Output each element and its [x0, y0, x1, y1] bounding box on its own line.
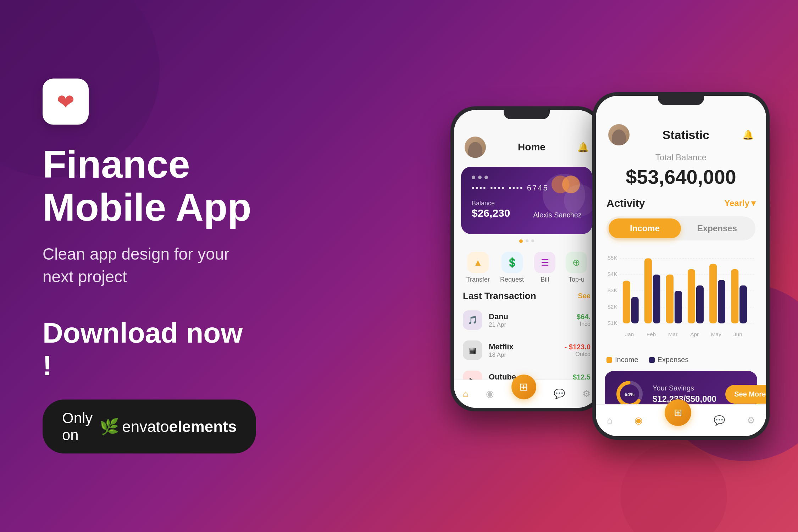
- danu-info: Danu 21 Apr: [489, 312, 570, 328]
- phone1-notch: [504, 106, 550, 119]
- transfer-label: Transfer: [466, 276, 490, 283]
- see-more-button[interactable]: See More: [725, 385, 766, 404]
- indicator-dot-active: [519, 239, 523, 243]
- metflix-date: 18 Apr: [489, 351, 558, 359]
- svg-text:$5K: $5K: [608, 255, 617, 261]
- legend-income: Income: [606, 356, 638, 364]
- stats-nav-icon[interactable]: ◉: [486, 388, 494, 399]
- svg-rect-19: [688, 269, 695, 323]
- stats-bell-icon[interactable]: 🔔: [742, 129, 754, 140]
- danu-icon: 🎵: [463, 310, 482, 330]
- main-title: FinanceMobile App: [43, 143, 255, 228]
- svg-text:64%: 64%: [625, 392, 635, 397]
- stats-avatar: [608, 124, 630, 145]
- left-content-panel: ❤ FinanceMobile App Clean app design for…: [43, 79, 255, 454]
- card-bg-circle-2: [564, 184, 592, 216]
- heart-icon: ❤: [57, 89, 74, 114]
- bg-decoration-3: [621, 443, 727, 532]
- action-topup[interactable]: ⊕ Top-u: [566, 252, 587, 283]
- avatar-person: [468, 142, 482, 158]
- svg-rect-14: [653, 275, 660, 323]
- stats-settings-nav-icon[interactable]: ⚙: [747, 415, 755, 426]
- stats-fab-button[interactable]: ⊞: [665, 399, 691, 426]
- home-screen-title: Home: [518, 142, 545, 153]
- action-request[interactable]: 💲 Request: [500, 252, 524, 283]
- tab-expenses[interactable]: Expenses: [681, 218, 753, 238]
- indicator-dot-inactive-2: [531, 239, 534, 242]
- action-transfer[interactable]: ▲ Transfer: [466, 252, 490, 283]
- transaction-danu[interactable]: 🎵 Danu 21 Apr $64. Inco: [454, 305, 599, 335]
- bill-icon: ☰: [534, 252, 555, 273]
- app-logo: ❤: [43, 79, 89, 125]
- bar-chart-svg: $5K $4K $3K $2K $1K Jan: [606, 249, 755, 349]
- stats-header: Statistic 🔔: [596, 117, 766, 147]
- stats-chat-nav-icon[interactable]: 💬: [714, 415, 725, 426]
- svg-rect-25: [731, 269, 738, 323]
- stats-screen: Statistic 🔔 Total Balance $53,640,000 Ac…: [596, 96, 766, 436]
- metflix-amount: - $123.0: [565, 343, 591, 351]
- envato-badge[interactable]: Only on 🌿 envatoelements: [43, 399, 256, 453]
- svg-text:$2K: $2K: [608, 304, 617, 310]
- home-nav-icon[interactable]: ⌂: [463, 388, 469, 399]
- home-header: Home 🔔: [454, 129, 599, 161]
- card-dot-2: [478, 176, 482, 179]
- metflix-amount-section: - $123.0 Outco: [565, 343, 591, 358]
- phone-1: Home 🔔 •••• •••• •••: [450, 106, 603, 411]
- download-text: Download now !: [43, 316, 255, 382]
- indicator-dot-inactive-1: [526, 239, 528, 242]
- svg-rect-20: [696, 286, 704, 323]
- topup-label: Top-u: [569, 276, 584, 283]
- subtitle: Clean app design for your next project: [43, 243, 255, 288]
- activity-chart: $5K $4K $3K $2K $1K Jan: [606, 249, 755, 349]
- danu-name: Danu: [489, 312, 570, 321]
- svg-rect-26: [739, 286, 747, 323]
- expenses-legend-dot: [649, 357, 655, 363]
- metflix-icon: ▦: [463, 340, 482, 360]
- yearly-filter-button[interactable]: Yearly ▾: [724, 198, 755, 208]
- activity-header: Activity Yearly ▾: [606, 197, 755, 209]
- svg-text:$1K: $1K: [608, 320, 617, 326]
- chevron-down-icon: ▾: [751, 198, 755, 208]
- svg-text:Apr: Apr: [690, 331, 699, 337]
- chart-legend: Income Expenses: [606, 356, 755, 364]
- svg-text:$3K: $3K: [608, 287, 617, 293]
- topup-icon: ⊕: [566, 252, 587, 273]
- phone2-screen: Statistic 🔔 Total Balance $53,640,000 Ac…: [596, 96, 766, 436]
- notification-bell-icon[interactable]: 🔔: [577, 142, 589, 153]
- total-balance-section: Total Balance $53,640,000: [596, 147, 766, 197]
- request-icon: 💲: [501, 252, 523, 273]
- expenses-legend-label: Expenses: [658, 356, 689, 364]
- stats-home-nav-icon[interactable]: ⌂: [607, 415, 613, 426]
- phones-container: Home 🔔 •••• •••• •••: [450, 92, 770, 440]
- card-dot-3: [484, 176, 488, 179]
- payment-card[interactable]: •••• •••• •••• 6745 Balance $26,230 Alex…: [461, 167, 592, 234]
- savings-ring: 64%: [615, 380, 644, 408]
- metflix-info: Metflix 18 Apr: [489, 342, 558, 359]
- svg-rect-10: [623, 281, 630, 323]
- income-legend-label: Income: [615, 356, 638, 364]
- stats-screen-title: Statistic: [630, 128, 742, 142]
- see-all-link[interactable]: See: [578, 292, 591, 300]
- phone1-screen: Home 🔔 •••• •••• •••: [454, 110, 599, 408]
- chat-nav-icon[interactable]: 💬: [554, 388, 565, 399]
- action-bill[interactable]: ☰ Bill: [534, 252, 555, 283]
- envato-leaf-icon: 🌿: [100, 417, 119, 436]
- transaction-metflix[interactable]: ▦ Metflix 18 Apr - $123.0 Outco: [454, 335, 599, 365]
- svg-rect-16: [666, 275, 674, 323]
- danu-amount: $64.: [577, 313, 591, 321]
- svg-text:$4K: $4K: [608, 271, 617, 277]
- fab-button[interactable]: ⊞: [511, 375, 536, 399]
- transaction-section-header: Last Transaction See: [454, 289, 599, 305]
- envato-logo: 🌿 envatoelements: [100, 417, 237, 436]
- income-legend-dot: [606, 357, 612, 363]
- legend-expenses: Expenses: [649, 356, 689, 364]
- home-screen: Home 🔔 •••• •••• •••: [454, 110, 599, 408]
- settings-nav-icon[interactable]: ⚙: [582, 388, 591, 399]
- savings-donut-chart: 64%: [615, 380, 644, 408]
- stats-chart-nav-icon[interactable]: ◉: [634, 415, 643, 426]
- svg-rect-23: [718, 280, 725, 323]
- savings-label: Your Savings: [653, 384, 716, 392]
- home-bottom-nav: ⌂ ◉ ⊞ 💬 ⚙: [454, 379, 599, 408]
- tab-income[interactable]: Income: [609, 218, 681, 238]
- activity-title: Activity: [606, 197, 645, 209]
